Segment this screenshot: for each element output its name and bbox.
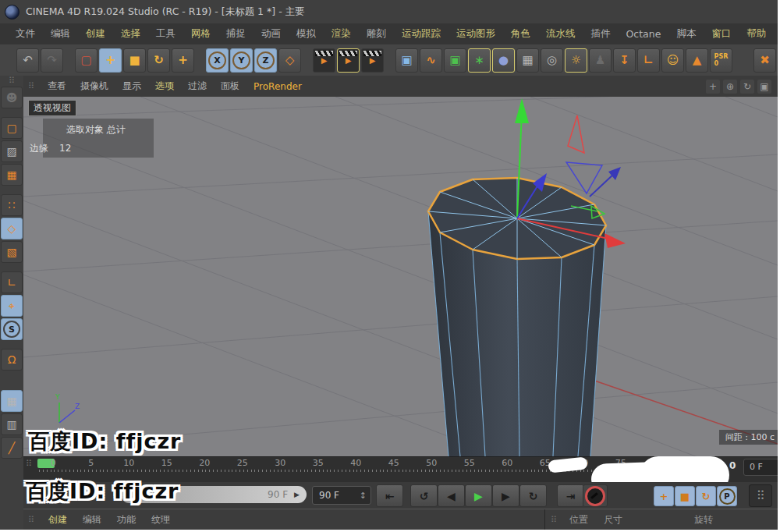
bake-button[interactable]: ↧ bbox=[613, 48, 636, 73]
points-mode-button[interactable]: ∷ bbox=[1, 194, 23, 216]
camera-button[interactable]: ◎ bbox=[541, 48, 563, 73]
render-view-button[interactable]: ▶ bbox=[313, 48, 335, 73]
live-selection-tool[interactable]: ▢ bbox=[75, 48, 98, 73]
light-button[interactable]: ☼ bbox=[565, 48, 587, 73]
menu-item[interactable]: 创建 bbox=[78, 27, 113, 41]
menu-item[interactable]: 脚本 bbox=[668, 27, 704, 41]
undo-button[interactable]: ↶ bbox=[16, 48, 39, 73]
menu-item[interactable]: 角色 bbox=[503, 27, 538, 41]
coord-system-button[interactable]: ◇ bbox=[278, 48, 301, 73]
snap-settings-button[interactable]: ▲ bbox=[686, 48, 708, 73]
menu-item[interactable]: 雕刻 bbox=[359, 27, 394, 41]
lock-x-button[interactable]: X bbox=[206, 48, 229, 73]
viewport-canvas[interactable]: 透视视图 选取对象 总计 边缘12 间距 : 100 c Y Z bbox=[23, 97, 778, 456]
move-tool[interactable]: + bbox=[99, 48, 122, 73]
lock-y-button[interactable]: Y bbox=[230, 48, 253, 73]
end-frame-field[interactable]: 0 F bbox=[743, 459, 778, 476]
gizmo-y-arrow[interactable] bbox=[515, 98, 529, 123]
render-settings-button[interactable]: ▶ bbox=[361, 48, 384, 73]
scale-tool[interactable]: ■ bbox=[123, 48, 146, 73]
bottom-menu-item[interactable]: 编辑 bbox=[75, 513, 109, 527]
axis-mode-button[interactable]: ∟ bbox=[1, 271, 23, 293]
view-toggle-icon[interactable]: ▣ bbox=[757, 80, 771, 94]
viewport-menu-item[interactable]: 选项 bbox=[148, 80, 181, 93]
sculpt-mode-button[interactable]: ☻ bbox=[1, 87, 23, 108]
key-parameter-button[interactable]: P bbox=[717, 486, 737, 506]
viewport-menu-item[interactable]: 摄像机 bbox=[73, 80, 115, 93]
menu-item[interactable]: 工具 bbox=[148, 27, 183, 41]
magnet-tool-button[interactable]: Ω bbox=[1, 349, 23, 371]
record-keyframe-button[interactable] bbox=[583, 484, 608, 507]
viewport-menu-item[interactable]: 面板 bbox=[214, 80, 246, 93]
model-mode-button[interactable]: ▢ bbox=[1, 117, 23, 139]
next-key-button[interactable]: ↻ bbox=[519, 484, 547, 507]
key-position-button[interactable]: + bbox=[654, 486, 674, 506]
menu-item[interactable]: 网格 bbox=[183, 27, 218, 41]
keyframe-selection-grid[interactable]: ⠿ bbox=[749, 484, 772, 507]
menu-item[interactable]: 模拟 bbox=[289, 27, 324, 41]
next-frame-button[interactable]: ▶ bbox=[492, 484, 519, 507]
menu-item[interactable]: 运动图形 bbox=[448, 27, 503, 41]
viewport-menu-item[interactable]: ProRender bbox=[246, 81, 309, 92]
menu-item[interactable]: 运动跟踪 bbox=[394, 27, 448, 41]
menu-item[interactable]: 帮助 bbox=[739, 27, 774, 41]
key-rotation-button[interactable]: ↻ bbox=[696, 486, 716, 506]
menu-item[interactable]: 捕捉 bbox=[218, 27, 254, 41]
viewport-menu-item[interactable]: 显示 bbox=[115, 80, 148, 93]
view-label[interactable]: 透视视图 bbox=[28, 100, 76, 116]
bottom-menu-item[interactable]: 创建 bbox=[41, 513, 75, 527]
lock-z-button[interactable]: Z bbox=[254, 48, 277, 73]
menu-item[interactable]: 流水线 bbox=[538, 27, 583, 41]
texture-mode-button[interactable]: ▨ bbox=[1, 140, 23, 162]
spline-pen-button[interactable]: ∿ bbox=[420, 48, 442, 73]
character-button[interactable]: ♟ bbox=[589, 48, 612, 73]
generators-button[interactable]: ▣ bbox=[444, 48, 466, 73]
viewport-grip[interactable]: ⠿ bbox=[28, 83, 34, 90]
workplane-mode-button[interactable]: ▦ bbox=[1, 164, 23, 186]
rotate-tool[interactable]: ↻ bbox=[147, 48, 170, 73]
sidebar-grip[interactable]: ⠿ bbox=[9, 77, 15, 85]
viewport-menu-item[interactable]: 查看 bbox=[41, 80, 73, 93]
view-rotate-icon[interactable]: ↻ bbox=[740, 80, 754, 94]
handle-red-flag[interactable] bbox=[568, 115, 584, 153]
play-button[interactable]: ▶ bbox=[465, 484, 492, 507]
last-tool[interactable]: + bbox=[172, 48, 194, 73]
menu-item[interactable]: 渲染 bbox=[324, 27, 359, 41]
workplane-button[interactable]: ☺ bbox=[661, 48, 684, 73]
menu-item[interactable]: 窗口 bbox=[704, 27, 739, 41]
snap-toggle-button[interactable]: S bbox=[1, 318, 23, 340]
prev-frame-button[interactable]: ◀ bbox=[438, 484, 465, 507]
gizmo-x-arrow[interactable] bbox=[604, 233, 626, 248]
menu-item[interactable]: Octane bbox=[619, 28, 669, 40]
prev-key-button[interactable]: ↺ bbox=[410, 484, 438, 507]
deformers-button[interactable]: ● bbox=[492, 48, 515, 73]
mograph-button[interactable]: ∗ bbox=[468, 48, 491, 73]
bottom-menu-item[interactable]: 功能 bbox=[109, 513, 144, 527]
knife-tool-button[interactable]: ╱ bbox=[1, 437, 23, 459]
redo-button[interactable]: ↷ bbox=[41, 48, 63, 73]
add-primitive-button[interactable]: ▣ bbox=[395, 48, 418, 73]
viewport-menu-item[interactable]: 过滤 bbox=[181, 80, 214, 93]
coords-grip[interactable]: ⠿ bbox=[551, 516, 557, 524]
workplane-lock-button[interactable]: ▦ bbox=[1, 390, 23, 412]
workplane-align-button[interactable]: ▥ bbox=[1, 413, 23, 435]
max-frame-spinner[interactable]: 90 F ↕ bbox=[312, 486, 371, 505]
key-scale-button[interactable]: ■ bbox=[675, 486, 695, 506]
goto-end-button[interactable]: ⇥ bbox=[557, 484, 584, 507]
render-picture-button[interactable]: ▶ bbox=[337, 48, 360, 73]
menu-item[interactable]: 编辑 bbox=[43, 27, 78, 41]
menu-item[interactable]: 插件 bbox=[583, 27, 619, 41]
polygons-mode-button[interactable]: ▧ bbox=[1, 241, 23, 263]
tweak-mode-button[interactable]: ⌖ bbox=[1, 295, 23, 317]
coords-manager-button[interactable]: ∟ bbox=[637, 48, 660, 73]
psr-reset-button[interactable]: PSR 0 bbox=[710, 48, 732, 73]
edges-mode-button[interactable]: ◇ bbox=[1, 218, 23, 239]
menu-item[interactable]: 动画 bbox=[254, 27, 289, 41]
bottom-menu-item[interactable]: 纹理 bbox=[144, 513, 178, 527]
view-zoom-icon[interactable]: ⊕ bbox=[723, 80, 737, 94]
environment-button[interactable]: ▦ bbox=[516, 48, 539, 73]
bottom-grip[interactable]: ⠿ bbox=[28, 516, 34, 524]
handle-blue-triangle[interactable] bbox=[566, 162, 602, 193]
view-pan-icon[interactable]: + bbox=[706, 80, 720, 94]
menu-item[interactable]: 文件 bbox=[8, 27, 43, 41]
